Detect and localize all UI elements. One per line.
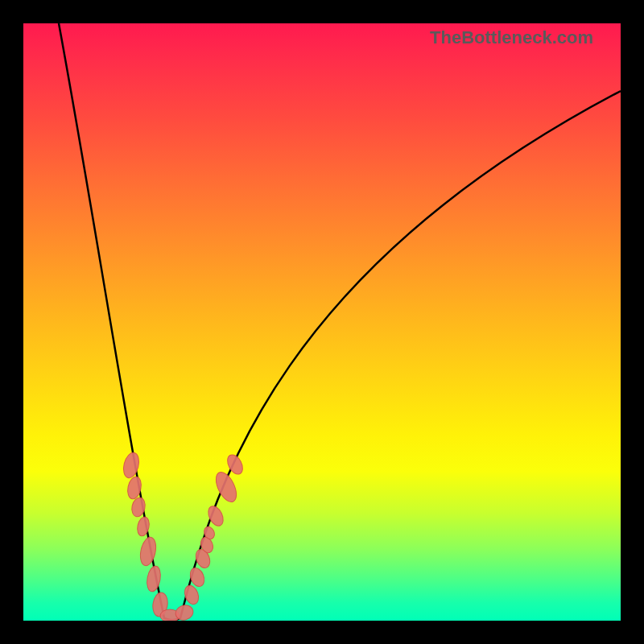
data-marker bbox=[188, 566, 207, 588]
data-marker bbox=[212, 469, 241, 506]
data-marker bbox=[225, 452, 246, 477]
chart-frame: TheBottleneck.com bbox=[0, 0, 644, 644]
marker-layer bbox=[121, 451, 246, 621]
plot-area: TheBottleneck.com bbox=[23, 23, 621, 621]
data-marker bbox=[138, 536, 158, 568]
data-marker bbox=[121, 451, 141, 479]
data-marker bbox=[145, 565, 162, 592]
chart-svg bbox=[23, 23, 621, 621]
